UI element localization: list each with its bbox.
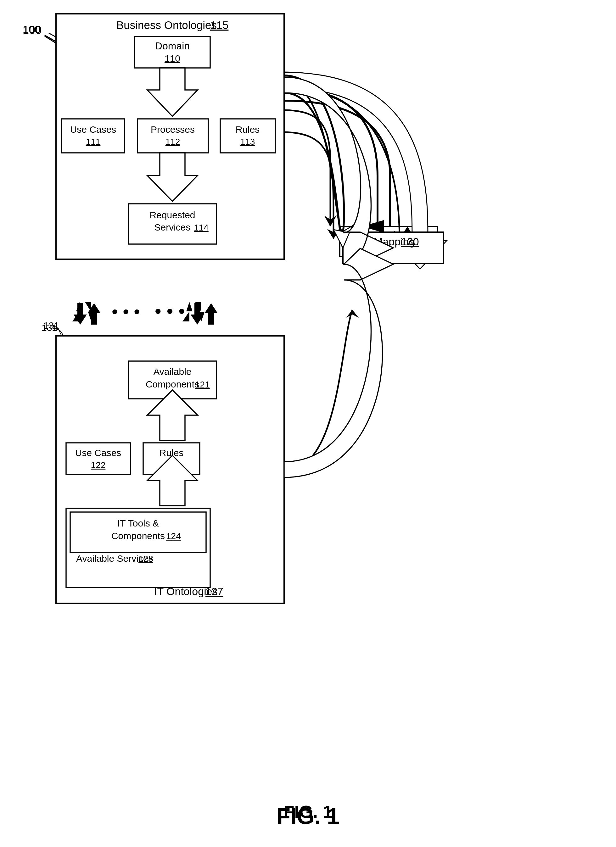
- svg-rect-10: [56, 14, 282, 256]
- svg-text:124: 124: [166, 527, 181, 537]
- diagram-svg: [0, 0, 616, 847]
- figure-label: FIG. 1: [284, 801, 332, 822]
- svg-text:Rules: Rules: [235, 122, 259, 133]
- svg-rect-31: [340, 226, 437, 256]
- svg-rect-42: [56, 336, 282, 597]
- svg-text:Available: Available: [149, 363, 187, 374]
- svg-text:IT Ontologies: IT Ontologies: [154, 579, 214, 590]
- svg-rect-20: [140, 118, 208, 149]
- svg-marker-7: [346, 310, 359, 318]
- svg-text:Domain: Domain: [154, 41, 189, 52]
- main-svg: 100 Business Ontologies 115 Domain 110 U…: [0, 0, 616, 847]
- svg-marker-64: [393, 226, 422, 252]
- svg-marker-1: [58, 37, 63, 41]
- svg-text:Processes: Processes: [152, 122, 196, 133]
- svg-text:Services: Services: [153, 217, 189, 228]
- diagram-container: 100 Business Ontologies 115 Domain 110 U…: [0, 0, 616, 847]
- svg-text:123: 123: [161, 455, 176, 465]
- svg-text:122: 122: [91, 455, 106, 465]
- svg-text:IT Tools &: IT Tools &: [116, 514, 158, 525]
- svg-text:131: 131: [43, 320, 59, 331]
- svg-marker-26: [145, 149, 198, 199]
- svg-text:Components: Components: [110, 526, 164, 537]
- svg-rect-23: [220, 118, 274, 149]
- svg-text:114: 114: [189, 218, 204, 228]
- svg-text:115: 115: [211, 19, 229, 31]
- svg-marker-49: [145, 386, 198, 437]
- svg-marker-6: [96, 447, 143, 500]
- svg-text:110: 110: [164, 53, 179, 63]
- svg-line-8: [45, 36, 61, 47]
- svg-rect-50: [68, 440, 129, 469]
- ref100-label: 100: [23, 23, 41, 35]
- svg-marker-36: [72, 302, 83, 322]
- svg-text:127: 127: [201, 579, 218, 590]
- svg-marker-5: [96, 381, 143, 434]
- svg-marker-56: [145, 452, 198, 502]
- svg-marker-34: [324, 215, 337, 226]
- svg-text:113: 113: [240, 134, 254, 144]
- svg-text:Mapping: Mapping: [368, 229, 407, 241]
- svg-marker-16: [145, 67, 198, 116]
- svg-marker-39: [195, 302, 204, 322]
- svg-rect-17: [65, 118, 126, 149]
- svg-text:112: 112: [167, 134, 181, 144]
- svg-marker-2: [96, 69, 143, 122]
- svg-rect-58: [72, 508, 202, 546]
- svg-text:Requested: Requested: [149, 206, 194, 216]
- svg-rect-57: [68, 505, 206, 583]
- svg-marker-37: [85, 302, 95, 322]
- svg-text:Components: Components: [142, 375, 195, 385]
- svg-marker-38: [182, 302, 192, 322]
- svg-rect-45: [126, 359, 211, 395]
- svg-marker-4: [327, 229, 340, 239]
- svg-text:Rules: Rules: [157, 444, 180, 454]
- svg-text:111: 111: [88, 134, 103, 144]
- svg-text:Use Cases: Use Cases: [75, 444, 121, 454]
- svg-text:130: 130: [396, 229, 413, 241]
- svg-marker-3: [96, 147, 143, 201]
- svg-text:Business Ontologies: Business Ontologies: [113, 19, 211, 31]
- svg-rect-53: [142, 440, 195, 469]
- svg-text:121: 121: [192, 375, 207, 385]
- svg-text:Use Cases: Use Cases: [72, 122, 118, 133]
- svg-marker-35: [362, 220, 406, 233]
- svg-text:128: 128: [135, 549, 150, 559]
- svg-line-0: [49, 33, 63, 41]
- svg-text:• • •: • • •: [112, 302, 140, 322]
- svg-rect-13: [135, 37, 208, 67]
- svg-text:Available Services: Available Services: [78, 549, 155, 559]
- svg-rect-27: [129, 201, 214, 239]
- svg-marker-9: [55, 41, 61, 50]
